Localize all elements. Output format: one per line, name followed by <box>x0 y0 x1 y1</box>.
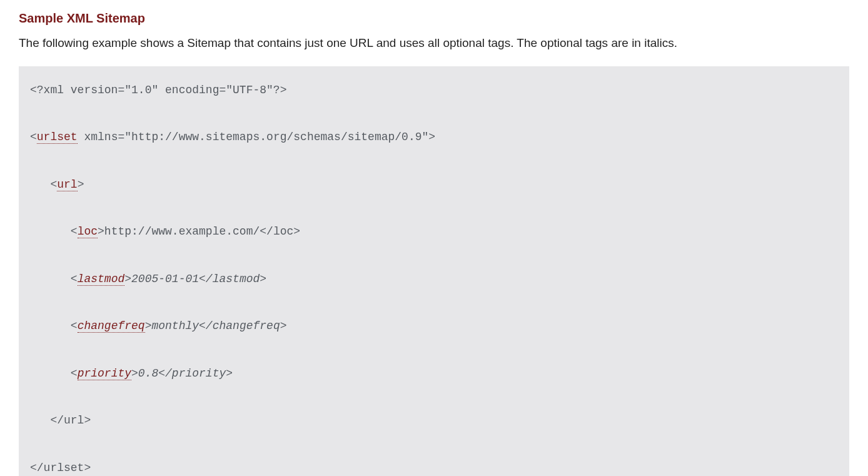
code-blank-line <box>30 429 838 445</box>
code-line-loc: <loc>http://www.example.com/</loc> <box>30 225 300 238</box>
code-line-url-close: </url> <box>30 414 91 427</box>
xml-code-sample: <?xml version="1.0" encoding="UTF-8"?> <… <box>19 66 849 477</box>
code-blank-line <box>30 240 838 255</box>
code-blank-line <box>30 193 838 208</box>
code-line-urlset-close: </urlset> <box>30 462 98 474</box>
code-line-urlset-open: <urlset xmlns="http://www.sitemaps.org/s… <box>30 131 435 144</box>
changefreq-tag-link[interactable]: changefreq <box>78 320 145 333</box>
url-tag-link[interactable]: url <box>57 178 77 191</box>
code-blank-line <box>30 145 838 161</box>
code-blank-line <box>30 287 838 303</box>
code-line-lastmod: <lastmod>2005-01-01</lastmod> <box>30 273 266 286</box>
code-line-url-open: <url> <box>30 178 84 191</box>
code-line-xml-decl: <?xml version="1.0" encoding="UTF-8"?> <box>30 84 286 96</box>
code-line-changefreq: <changefreq>monthly</changefreq> <box>30 320 287 333</box>
intro-paragraph: The following example shows a Sitemap th… <box>19 34 849 53</box>
priority-tag-link[interactable]: priority <box>78 367 131 380</box>
lastmod-tag-link[interactable]: lastmod <box>78 273 125 286</box>
loc-tag-link[interactable]: loc <box>78 225 98 238</box>
code-blank-line <box>30 335 838 350</box>
code-blank-line <box>30 382 838 397</box>
urlset-tag-link[interactable]: urlset <box>37 131 78 144</box>
code-line-priority: <priority>0.8</priority> <box>30 367 233 380</box>
section-heading: Sample XML Sitemap <box>19 11 849 26</box>
code-blank-line <box>30 98 838 114</box>
